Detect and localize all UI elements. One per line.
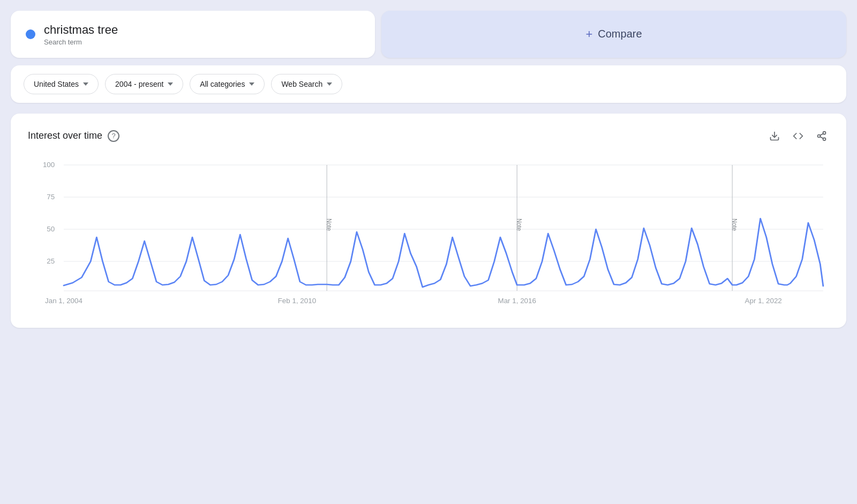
search-term-text: christmas tree Search term <box>44 22 118 46</box>
y-label-100: 100 <box>43 161 55 168</box>
search-type-filter[interactable]: Web Search <box>271 74 342 94</box>
chart-svg: 100 75 50 25 Note Note Note Jan 1, 2004 … <box>28 154 829 315</box>
region-filter[interactable]: United States <box>24 74 99 94</box>
embed-button[interactable] <box>791 129 806 144</box>
x-label-2016: Mar 1, 2016 <box>498 297 536 304</box>
svg-line-4 <box>820 137 823 138</box>
download-button[interactable] <box>767 129 782 144</box>
x-label-2022: Apr 1, 2022 <box>745 297 782 304</box>
chart-title: Interest over time <box>28 130 102 141</box>
compare-label: Compare <box>598 28 642 40</box>
download-icon <box>769 131 780 141</box>
search-type-chevron-icon <box>327 82 332 86</box>
search-term-subtitle: Search term <box>44 38 118 46</box>
time-range-chevron-icon <box>168 82 173 86</box>
search-type-filter-label: Web Search <box>281 80 322 88</box>
chart-card: Interest over time ? <box>11 114 846 328</box>
share-button[interactable] <box>814 129 829 144</box>
search-term-title: christmas tree <box>44 22 118 38</box>
region-filter-chevron-icon <box>83 82 88 86</box>
share-icon <box>816 131 827 141</box>
y-label-75: 75 <box>47 193 55 200</box>
compare-plus-icon: + <box>585 27 592 41</box>
region-filter-label: United States <box>34 80 79 88</box>
note-3: Note <box>731 219 739 231</box>
filters-card: United States 2004 - present All categor… <box>11 65 846 103</box>
note-2: Note <box>516 219 523 231</box>
chart-actions <box>767 129 829 144</box>
svg-line-5 <box>820 133 823 135</box>
chart-title-area: Interest over time ? <box>28 130 119 142</box>
category-filter-label: All categories <box>200 80 245 88</box>
x-label-2004: Jan 1, 2004 <box>45 297 82 304</box>
note-1: Note <box>326 219 333 231</box>
search-term-dot <box>26 29 35 39</box>
category-chevron-icon <box>249 82 254 86</box>
help-icon[interactable]: ? <box>108 130 119 142</box>
category-filter[interactable]: All categories <box>190 74 265 94</box>
time-range-filter[interactable]: 2004 - present <box>105 74 183 94</box>
chart-area: 100 75 50 25 Note Note Note Jan 1, 2004 … <box>28 154 829 315</box>
time-range-filter-label: 2004 - present <box>115 80 163 88</box>
chart-header: Interest over time ? <box>28 129 829 144</box>
y-label-25: 25 <box>47 257 55 265</box>
chart-line <box>64 219 823 287</box>
search-term-card: christmas tree Search term <box>11 11 375 58</box>
embed-icon <box>793 131 803 141</box>
compare-card[interactable]: + Compare <box>381 11 846 58</box>
y-label-50: 50 <box>47 225 55 232</box>
x-label-2010: Feb 1, 2010 <box>278 297 316 304</box>
